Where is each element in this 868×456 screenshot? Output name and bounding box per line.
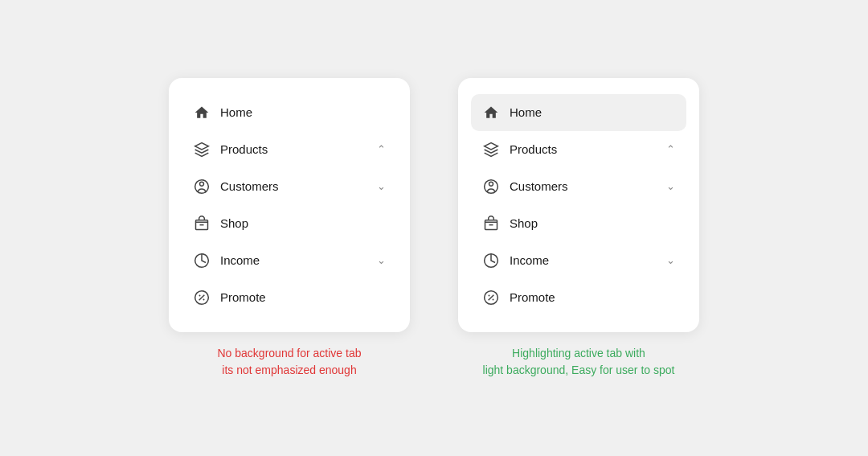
panels-row: Home Products ⌃	[169, 78, 699, 379]
svg-point-0	[200, 182, 204, 186]
good-caption: Highlighting active tab withlight backgr…	[483, 345, 675, 379]
income-label: Income	[220, 253, 260, 267]
svg-point-9	[489, 182, 493, 186]
svg-point-8	[203, 298, 205, 300]
shop-icon	[193, 215, 211, 232]
products-chevron: ⌃	[377, 143, 386, 155]
shop-label-good: Shop	[510, 216, 538, 230]
sidebar-item-customers-good[interactable]: Customers ⌄	[471, 168, 686, 205]
shop-label: Shop	[220, 216, 248, 230]
customers-icon-good	[482, 178, 500, 195]
good-menu-card: Home Products ⌃	[458, 78, 699, 332]
sidebar-item-shop[interactable]: Shop	[182, 205, 397, 242]
promote-label-good: Promote	[510, 290, 555, 304]
sidebar-item-promote-good[interactable]: Promote	[471, 279, 686, 316]
income-chevron: ⌄	[377, 254, 386, 266]
good-panel-wrapper: Home Products ⌃	[458, 78, 699, 379]
sidebar-item-customers[interactable]: Customers ⌄	[182, 168, 397, 205]
home-label-active: Home	[510, 105, 542, 119]
products-icon-good	[482, 141, 500, 158]
svg-point-16	[489, 294, 490, 296]
products-label: Products	[220, 142, 268, 156]
sidebar-item-income-good[interactable]: Income ⌄	[471, 242, 686, 279]
shop-icon-good	[482, 215, 500, 232]
customers-label-good: Customers	[510, 179, 568, 193]
income-chevron-good: ⌄	[666, 254, 675, 266]
home-icon-active	[482, 104, 500, 121]
bad-panel-wrapper: Home Products ⌃	[169, 78, 410, 379]
customers-label: Customers	[220, 179, 279, 193]
sidebar-item-products-good[interactable]: Products ⌃	[471, 131, 686, 168]
income-label-good: Income	[510, 253, 549, 267]
sidebar-item-shop-good[interactable]: Shop	[471, 205, 686, 242]
svg-point-7	[199, 294, 201, 296]
income-icon	[193, 252, 211, 269]
products-icon	[193, 141, 211, 158]
sidebar-item-home[interactable]: Home	[182, 94, 397, 131]
bad-caption: No background for active tabits not emph…	[218, 345, 362, 379]
promote-label: Promote	[220, 290, 266, 304]
income-icon-good	[482, 252, 500, 269]
sidebar-item-promote[interactable]: Promote	[182, 279, 397, 316]
promote-icon-good	[482, 289, 500, 306]
products-chevron-good: ⌃	[666, 143, 675, 155]
promote-icon	[193, 289, 211, 306]
home-icon	[193, 104, 211, 121]
products-label-good: Products	[510, 142, 557, 156]
sidebar-item-income[interactable]: Income ⌄	[182, 242, 397, 279]
bad-menu-card: Home Products ⌃	[169, 78, 410, 332]
sidebar-item-home-active[interactable]: Home	[471, 94, 686, 131]
customers-icon	[193, 178, 211, 195]
svg-point-17	[493, 298, 494, 300]
sidebar-item-products[interactable]: Products ⌃	[182, 131, 397, 168]
customers-chevron-good: ⌄	[666, 180, 675, 192]
home-label: Home	[220, 105, 252, 119]
customers-chevron: ⌄	[377, 180, 386, 192]
